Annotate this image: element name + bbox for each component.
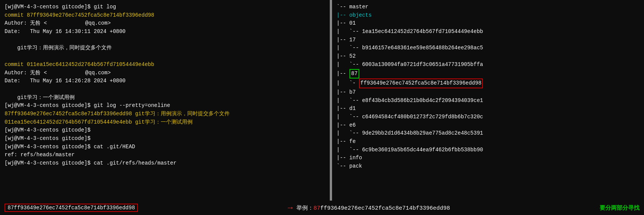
rline-e6-hash: | `-- 9de29bb2d1d6434b8b29ae775ad8c2e48c… [337,129,639,138]
line-cat-head: [wj@VM-4-3-centos gitcode]$ cat .git/HEA… [5,143,325,151]
rline-87-hash: | `- ff93649e276ec7452fca5c8e714bf3396ed… [337,78,639,88]
line-msg-2: git学习：一个测试用例 [5,94,325,102]
rline-fe-hash: | `-- 6c9be36019a5b65dc44ea9f462b6fbb538… [337,146,639,154]
line-1: [wj@VM-4-3-centos gitcode]$ git log [5,3,325,11]
rline-master: `-- master [337,3,639,11]
rline-b7-hash: | `-- e8f43b4cb3d586b21b0bd4c2f209439403… [337,97,639,105]
line-msg-1: git学习：用例演示，同时提交多个文件 [5,44,325,52]
rline-pack: `-- pack [337,162,639,171]
rline-52: |-- 52 [337,52,639,61]
example-text: 举例：87ff93649e276ec7452fca5c8e714bf3396ed… [296,204,450,212]
line-empty-1 [5,36,325,44]
right-panel: `-- master |-- objects |-- 01 | `-- 1ea1… [332,0,644,201]
line-prompt-2: [wj@VM-4-3-centos gitcode]$ [5,135,325,143]
rline-01-hash: | `-- 1ea15ec6412452d2764b567fd71054449e… [337,28,639,36]
line-git-log-oneline: [wj@VM-4-3-centos gitcode]$ git log --pr… [5,102,325,110]
rline-b7: |-- b7 [337,88,639,97]
line-commit-1: commit 87ff93649e276ec7452fca5c8e714bf33… [5,11,325,20]
bottom-hash-box: 87ff93649e276ec7452fca5c8e714bf3396edd98 [5,204,138,212]
green-box-87: 87 [349,69,360,79]
rline-e6: |-- e6 [337,121,639,130]
line-hash-msg-1: 87ff93649e276ec7452fca5c8e714bf3396edd98… [5,110,325,118]
rline-d1-hash: | `-- c64694584cf480b01273f2c729fd8b6b7c… [337,113,639,121]
rline-d1: |-- d1 [337,105,639,113]
arrow-section: → 举例：87ff93649e276ec7452fca5c8e714bf3396… [144,203,594,213]
line-cat-refs: [wj@VM-4-3-centos gitcode]$ cat .git/ref… [5,159,325,168]
rline-fe: |-- fe [337,138,639,146]
line-prompt-1: [wj@VM-4-3-centos gitcode]$ [5,126,325,135]
line-date-2: Date: Thu May 16 14:26:28 2024 +0800 [5,77,325,85]
rline-01: |-- 01 [337,19,639,28]
arrow-icon: → [288,203,293,213]
red-box-hash: ff93649e276ec7452fca5c8e714bf3396edd98 [359,78,483,88]
rline-info: |-- info [337,154,639,162]
line-ref: ref: refs/heads/master [5,151,325,159]
line-author-1: Author: 无咎 < @qq.com> [5,19,325,28]
line-empty-3 [5,85,325,94]
bottom-bar: 87ff93649e276ec7452fca5c8e714bf3396edd98… [0,201,644,215]
line-author-2: Author: 无咎 < @qq.com> [5,69,325,77]
rline-17-hash: | `-- b9146157e648361ee59e856488b264ee29… [337,44,639,52]
line-hash-msg-2: 011ea15ec6412452d2764b567fd71054449e4ebb… [5,118,325,127]
rline-87: |-- 87 [337,69,639,79]
main-container: [wj@VM-4-3-centos gitcode]$ git log comm… [0,0,644,201]
rline-17: |-- 17 [337,36,639,44]
rline-objects: |-- objects [337,11,639,20]
line-commit-2: commit 011ea15ec6412452d2764b567fd710544… [5,61,325,69]
left-panel: [wj@VM-4-3-centos gitcode]$ git log comm… [0,0,330,201]
line-empty-2 [5,52,325,61]
rline-52-hash: | `-- 6003a130094fa0721df3c0651a47731905… [337,61,639,69]
right-note: 要分两部分寻找 [600,204,639,212]
line-date-1: Date: Thu May 16 14:30:11 2024 +0800 [5,28,325,36]
